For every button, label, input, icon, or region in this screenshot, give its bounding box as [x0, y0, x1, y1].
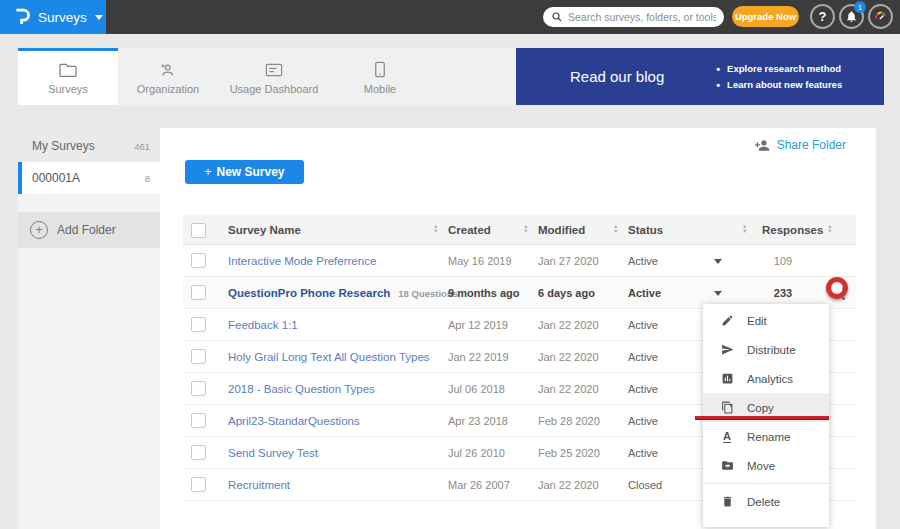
responses-cell[interactable]: 233 [758, 287, 808, 299]
survey-name-link[interactable]: Feedback 1:1 [228, 319, 298, 331]
tab-surveys[interactable]: Surveys [18, 48, 118, 105]
survey-name-link[interactable]: April23-StandarQuestions [228, 415, 360, 427]
created-cell: Jan 22 2019 [448, 351, 509, 363]
tab-mobile[interactable]: Mobile [330, 48, 430, 105]
status-cell: Active [628, 351, 658, 363]
row-checkbox[interactable] [191, 317, 206, 332]
share-folder-link[interactable]: Share Folder [754, 138, 846, 152]
status-cell: Active [628, 447, 658, 459]
search-icon [551, 11, 563, 23]
share-folder-label: Share Folder [777, 138, 846, 152]
modified-cell: Jan 22 2020 [538, 479, 599, 491]
modified-cell: 6 days ago [538, 287, 595, 299]
tab-usage-dashboard[interactable]: Usage Dashboard [218, 48, 330, 105]
menu-item-analytics[interactable]: Analytics [703, 364, 829, 393]
add-folder-button[interactable]: + Add Folder [18, 212, 160, 248]
app-switcher[interactable]: Surveys [0, 0, 106, 34]
questionpro-logo-icon [14, 7, 30, 27]
sort-icon[interactable] [433, 224, 441, 234]
row-checkbox[interactable] [191, 285, 206, 300]
sort-icon[interactable] [742, 224, 750, 234]
top-bar: Surveys Upgrade Now ? 1 [0, 0, 900, 34]
column-created[interactable]: Created [448, 224, 491, 236]
sidebar-item-my-surveys[interactable]: My Surveys 461 [18, 130, 160, 162]
row-checkbox[interactable] [191, 445, 206, 460]
status-dropdown-caret[interactable] [714, 291, 722, 296]
created-cell: Mar 26 2007 [448, 479, 510, 491]
row-checkbox[interactable] [191, 349, 206, 364]
gauge-icon [873, 9, 888, 24]
survey-name-link[interactable]: Holy Grail Long Text All Question Types [228, 351, 430, 363]
row-checkbox[interactable] [191, 413, 206, 428]
column-responses[interactable]: Responses [762, 224, 823, 236]
annotation-red-circle [826, 277, 848, 299]
responses-cell[interactable]: 109 [758, 255, 808, 267]
menu-item-delete[interactable]: Delete [703, 487, 829, 516]
sidebar-item-000001A[interactable]: 000001A 8 [18, 162, 160, 194]
sort-icon[interactable] [827, 224, 835, 234]
table-header: Survey Name Created Modified Status Resp… [183, 215, 856, 245]
row-checkbox[interactable] [191, 253, 206, 268]
global-search [543, 7, 724, 27]
new-survey-button[interactable]: +New Survey [185, 160, 304, 184]
blog-banner[interactable]: Read our blog Explore research method Le… [516, 48, 884, 105]
folders-sidebar: My Surveys 461 000001A 8 + Add Folder [18, 130, 160, 529]
row-actions-context-menu: Edit Distribute Analytics Copy A Rename … [703, 304, 829, 527]
new-survey-label: New Survey [216, 165, 284, 179]
status-dropdown-caret[interactable] [714, 259, 722, 264]
select-all-checkbox[interactable] [191, 223, 206, 238]
question-mark-icon: ? [819, 9, 827, 24]
notifications-button[interactable]: 1 [839, 4, 864, 29]
menu-item-label: Edit [747, 315, 767, 327]
menu-item-rename[interactable]: A Rename [703, 422, 829, 451]
menu-item-label: Copy [747, 402, 774, 414]
survey-name-link[interactable]: QuestionPro Phone Research18 Questions [228, 287, 458, 299]
menu-item-label: Distribute [747, 344, 796, 356]
upgrade-now-button[interactable]: Upgrade Now [732, 6, 799, 27]
created-cell: Jul 26 2010 [448, 447, 505, 459]
survey-name: QuestionPro Phone Research [228, 287, 390, 299]
app-menu-label: Surveys [38, 10, 87, 25]
modified-cell: Jan 22 2020 [538, 351, 599, 363]
column-status[interactable]: Status [628, 224, 663, 236]
tab-organization[interactable]: Organization [118, 48, 218, 105]
row-checkbox[interactable] [191, 381, 206, 396]
menu-separator [703, 483, 829, 484]
survey-name-link[interactable]: Interactive Mode Preferrence [228, 255, 376, 267]
status-cell: Closed [628, 479, 662, 491]
plus-icon: + [204, 165, 211, 179]
banner-bullets: Explore research method Learn about new … [716, 61, 842, 93]
usage-meter-button[interactable] [868, 4, 893, 29]
module-tabs: Surveys Organization Usage Dashboard Mob… [18, 48, 516, 105]
menu-item-distribute[interactable]: Distribute [703, 335, 829, 364]
status-cell: Active [628, 415, 658, 427]
created-cell: Apr 23 2018 [448, 415, 508, 427]
search-input[interactable] [568, 11, 716, 23]
tab-label: Mobile [364, 83, 396, 95]
menu-item-label: Analytics [747, 373, 793, 385]
banner-bullet: Explore research method [716, 61, 842, 77]
column-modified[interactable]: Modified [538, 224, 585, 236]
row-checkbox[interactable] [191, 477, 206, 492]
chevron-down-icon [95, 15, 103, 20]
survey-name-link[interactable]: Send Survey Test [228, 447, 318, 459]
survey-name-link[interactable]: 2018 - Basic Question Types [228, 383, 375, 395]
menu-item-move[interactable]: Move [703, 451, 829, 480]
created-cell: Jul 06 2018 [448, 383, 505, 395]
modified-cell: Feb 25 2020 [538, 447, 600, 459]
menu-item-label: Move [747, 460, 775, 472]
menu-item-edit[interactable]: Edit [703, 306, 829, 335]
trash-icon [720, 495, 734, 508]
created-cell: May 16 2019 [448, 255, 512, 267]
sort-icon[interactable] [613, 224, 621, 234]
smartphone-icon [374, 61, 386, 78]
bar-chart-icon [720, 372, 734, 385]
column-survey-name[interactable]: Survey Name [228, 224, 301, 236]
created-cell: Apr 12 2019 [448, 319, 508, 331]
sort-icon[interactable] [523, 224, 531, 234]
table-row: Interactive Mode Preferrence May 16 2019… [183, 245, 856, 277]
add-folder-label: Add Folder [57, 223, 116, 237]
help-button[interactable]: ? [810, 4, 835, 29]
survey-name-link[interactable]: Recruitment [228, 479, 290, 491]
people-add-icon [158, 62, 179, 78]
